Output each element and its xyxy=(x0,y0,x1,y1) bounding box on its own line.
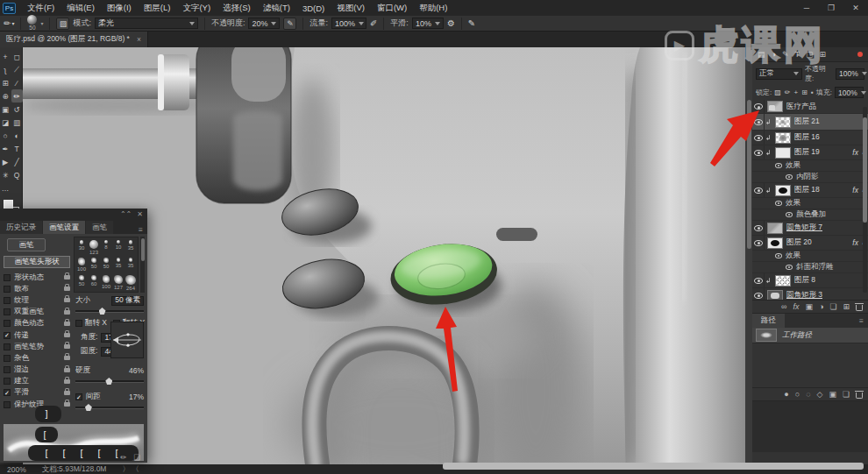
document-tab[interactable]: 医疗.psd @ 200% (图层 21, RGB/8) * × xyxy=(0,32,148,47)
layer-row[interactable]: 医疗产品 xyxy=(752,100,868,114)
crop-tool-icon[interactable]: ⊞ xyxy=(0,76,11,89)
visibility-toggle[interactable] xyxy=(752,114,765,130)
fx-badge[interactable]: fx xyxy=(852,186,858,195)
visibility-toggle[interactable] xyxy=(752,221,765,235)
fill-path-icon[interactable]: ● xyxy=(784,390,788,399)
lock-icon-2[interactable]: + xyxy=(794,88,799,96)
brush-tool-icon[interactable]: ✏▾ xyxy=(4,18,14,28)
eraser-tool-icon[interactable]: ◪ xyxy=(0,116,11,129)
layer-fill-select[interactable]: 100% xyxy=(835,87,864,98)
shape-tool-icon[interactable]: ╱ xyxy=(11,155,23,168)
visibility-toggle[interactable] xyxy=(752,183,765,197)
visibility-toggle[interactable] xyxy=(752,131,765,145)
menu-视图(V)[interactable]: 视图(V) xyxy=(331,0,371,16)
toggle-brush-settings-icon[interactable]: ▨ xyxy=(56,18,69,30)
layers-scrollbar[interactable] xyxy=(863,107,867,293)
move-tool-icon[interactable]: + xyxy=(0,50,11,63)
panel-menu-icon[interactable]: ≡ xyxy=(859,316,868,325)
effect-item[interactable]: 斜面和浮雕 xyxy=(752,262,868,273)
brush-preset-grid[interactable]: 3012381035100505035355060100127264 xyxy=(74,237,139,293)
lock-icon-1[interactable]: ✏ xyxy=(785,88,791,96)
checkbox[interactable] xyxy=(4,401,11,408)
layer-row[interactable]: ↳图层 21 xyxy=(752,114,868,131)
work-path-row[interactable]: 工作路径 xyxy=(752,328,868,343)
eye-icon[interactable] xyxy=(775,253,782,258)
new-layer-icon[interactable]: ⊞ xyxy=(843,302,850,311)
preset-grid-scrollbar[interactable] xyxy=(140,237,145,293)
visibility-toggle[interactable] xyxy=(752,100,765,113)
canvas-vertical-scrollbar[interactable] xyxy=(745,47,752,464)
close-tab-icon[interactable]: × xyxy=(137,35,141,44)
lock-icon-3[interactable]: ⊞ xyxy=(801,88,808,96)
layer-blend-mode-select[interactable]: 正常 xyxy=(756,68,802,80)
link-layers-icon[interactable]: ∞ xyxy=(781,302,786,311)
brush-preset[interactable]: 50 xyxy=(88,256,100,273)
checkbox[interactable]: ✓ xyxy=(4,389,11,396)
brush-preset-picker[interactable]: 50 xyxy=(27,15,37,32)
eye-icon[interactable] xyxy=(786,174,793,180)
menu-窗口(W)[interactable]: 窗口(W) xyxy=(371,0,413,16)
panel-icon-0[interactable]: ▤ xyxy=(758,50,765,59)
size-slider[interactable] xyxy=(75,308,144,315)
menu-文件(F)[interactable]: 文件(F) xyxy=(21,0,60,16)
eye-icon[interactable] xyxy=(775,163,782,168)
brush-preset[interactable]: 100 xyxy=(100,273,112,291)
spacing-slider[interactable] xyxy=(75,404,144,411)
eye-icon[interactable] xyxy=(786,212,793,217)
brush-tool-icon[interactable]: ✏ xyxy=(11,89,23,103)
pressure-size-icon[interactable]: ✎ xyxy=(468,18,475,28)
effect-item[interactable]: 内阴影 xyxy=(752,172,868,183)
tab-paths[interactable]: 路径 xyxy=(752,314,785,328)
menu-文字(Y)[interactable]: 文字(Y) xyxy=(176,0,217,16)
layer-style-icon[interactable]: fx xyxy=(793,302,799,311)
adjustment-layer-icon[interactable]: ◑ xyxy=(819,302,823,311)
new-brush-icon[interactable]: ❏ xyxy=(133,453,140,462)
menu-选择(S)[interactable]: 选择(S) xyxy=(217,0,257,16)
checkbox[interactable]: ✓ xyxy=(4,332,11,339)
more-tools-icon[interactable]: … xyxy=(0,181,11,195)
visibility-toggle[interactable] xyxy=(752,288,765,300)
brush-preset[interactable]: 60 xyxy=(88,273,100,291)
brush-option-颜色动态[interactable]: 颜色动态 xyxy=(4,318,72,329)
brush-option-形状动态[interactable]: 形状动态 xyxy=(4,272,72,283)
pressure-opacity-icon[interactable]: ✎ xyxy=(283,18,296,30)
panel-menu-icon[interactable]: ≡ xyxy=(134,225,147,234)
checkbox[interactable] xyxy=(4,355,11,362)
menu-编辑(E)[interactable]: 编辑(E) xyxy=(60,0,101,16)
brush-option-双重画笔[interactable]: 双重画笔 xyxy=(4,307,72,318)
path-from-selection-icon[interactable]: ◇ xyxy=(816,390,822,399)
checkbox[interactable] xyxy=(4,297,11,304)
brush-tip-shape-item[interactable]: 画笔笔头形状 xyxy=(4,256,70,268)
tab-history[interactable]: 历史记录 xyxy=(0,221,42,234)
layer-mask-icon[interactable]: ▣ xyxy=(805,302,813,311)
add-mask-icon[interactable]: ▣ xyxy=(829,390,836,399)
brush-option-散布[interactable]: 散布 xyxy=(4,283,72,294)
layer-row[interactable]: ↳图层 19fx˄ xyxy=(752,145,868,160)
tab-brushes[interactable]: 画笔 xyxy=(86,221,113,234)
selection-from-path-icon[interactable]: ◌ xyxy=(806,390,810,399)
panel-icon-2[interactable]: ✎ xyxy=(782,50,789,59)
fx-badge[interactable]: fx xyxy=(852,238,858,247)
brush-option-纹理[interactable]: 纹理 xyxy=(4,294,72,306)
blend-mode-select[interactable]: 柔光 xyxy=(95,18,198,29)
brush-preset[interactable]: 123 xyxy=(88,238,100,256)
layer-row[interactable]: ↳图层 8 xyxy=(752,273,868,288)
marquee-tool-icon[interactable]: ◻ xyxy=(11,50,23,63)
panel-icon-1[interactable]: ◑ xyxy=(772,50,776,59)
spacing-checkbox[interactable]: ✓ xyxy=(75,393,82,400)
eyedropper-tool-icon[interactable]: ∕ xyxy=(11,76,23,89)
checkbox[interactable] xyxy=(4,378,11,385)
panel-icon-3[interactable]: T xyxy=(795,50,800,59)
fx-badge[interactable]: fx xyxy=(852,148,858,157)
brushes-button[interactable]: 画笔 xyxy=(7,238,46,251)
brush-option-画笔笔势[interactable]: 画笔笔势 xyxy=(4,341,72,352)
lock-icon-0[interactable]: ▨ xyxy=(774,88,781,96)
effects-header[interactable]: 效果 xyxy=(752,251,868,262)
checkbox[interactable] xyxy=(4,308,11,315)
visibility-toggle[interactable] xyxy=(752,236,765,250)
eye-icon[interactable] xyxy=(786,265,793,270)
brush-option-平滑[interactable]: ✓平滑 xyxy=(4,387,72,399)
tab-brush-settings[interactable]: 画笔设置 xyxy=(43,221,85,234)
brush-option-湿边[interactable]: 湿边 xyxy=(4,364,72,376)
menu-滤镜(T)[interactable]: 滤镜(T) xyxy=(257,0,296,16)
